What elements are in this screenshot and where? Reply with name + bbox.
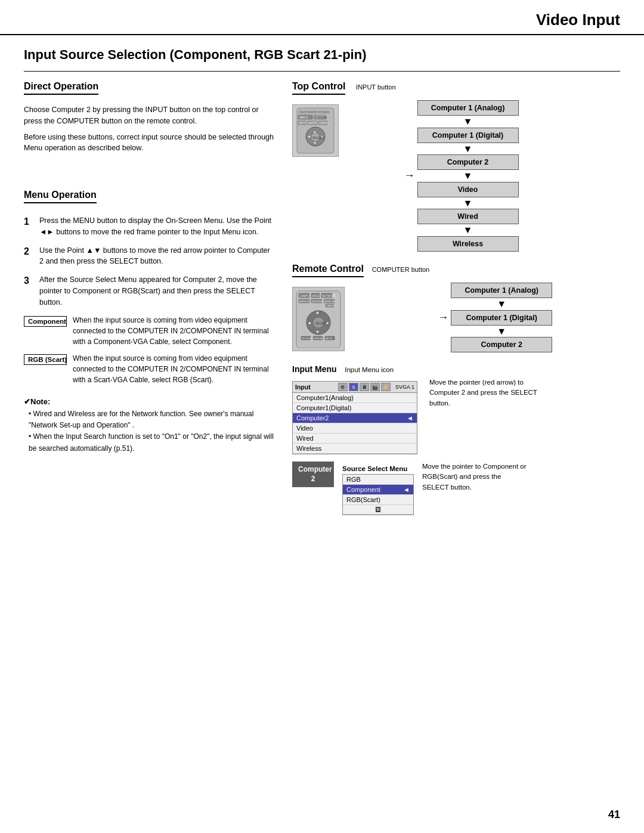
menu-header-icons: ⚙ S 🖥 🎬 ⚡: [338, 383, 391, 391]
remote-device-area: Remote Control COMPUTER button COMPU: [292, 264, 429, 351]
callout-component-label: Component: [24, 316, 67, 327]
direct-operation-para1: Choose Computer 2 by pressing the INPUT …: [24, 104, 274, 127]
top-control-heading: Top Control: [292, 81, 345, 95]
svg-text:KEYSTONE: KEYSTONE: [312, 300, 325, 303]
flow-box-wireless: Wireless: [417, 236, 519, 252]
menu-item-wired: Wired: [293, 433, 417, 444]
source-item-img-icon: 🖼: [375, 506, 381, 513]
step-1: 1 Press the MENU button to display the O…: [24, 215, 274, 238]
page-title: Video Input: [536, 11, 620, 29]
menu-steps-list: 1 Press the MENU button to display the O…: [24, 215, 274, 308]
svg-text:CANCEL: CANCEL: [326, 304, 336, 307]
input-menu-content: Input ⚙ S 🖥 🎬 ⚡: [292, 377, 620, 454]
source-select-badge-area: Computer 2: [292, 462, 334, 487]
menu-icon-3: 🖥: [360, 383, 369, 391]
remote-control-section: Remote Control COMPUTER button COMPU: [292, 264, 620, 352]
note-item-2: When the Input Search function is set to…: [29, 431, 274, 454]
svg-text:SETUP: SETUP: [308, 122, 317, 125]
top-ctrl-device-img: ON/STANDBY POWER INPUT D.ZOOM: [292, 104, 339, 157]
source-item-rgb: RGB: [343, 475, 413, 485]
remote-flow-box-2: Computer 1 (Digital): [451, 310, 552, 326]
menu-item-comp1analog: Computer1(Analog): [293, 393, 417, 403]
menu-item-comp1digital: Computer1(Digital): [293, 403, 417, 413]
svg-text:FREEZE: FREEZE: [314, 337, 323, 340]
svg-text:▼: ▼: [315, 330, 320, 334]
remote-control-heading: Remote Control: [292, 264, 364, 277]
two-col-layout: Direct Operation Choose Computer 2 by pr…: [24, 81, 620, 515]
menu-mockup-wrapper: Input ⚙ S 🖥 🎬 ⚡: [292, 377, 417, 454]
remote-control-flow-area: Remote Control COMPUTER button COMPU: [292, 264, 620, 352]
svg-text:ON/STANDBY: ON/STANDBY: [299, 110, 318, 114]
flow-box-comp1analog: Computer 1 (Analog): [417, 100, 519, 116]
note-item-1: Wired and Wireless are for the Network f…: [29, 408, 274, 431]
step-1-text: Press the MENU button to display the On-…: [39, 215, 274, 238]
top-control-device-area: Top Control INPUT button ON/STANDBY: [292, 81, 396, 157]
input-button-label: INPUT button: [356, 83, 395, 91]
flow-arrow-5: ▼: [417, 225, 519, 236]
direct-operation-para2: Before using these buttons, correct inpu…: [24, 132, 274, 154]
svg-text:VIDEO: VIDEO: [312, 295, 321, 298]
computer2-badge: Computer 2: [292, 462, 334, 487]
step-2-text: Use the Point ▲▼ buttons to move the red…: [39, 245, 274, 268]
input-menu-note: Move the pointer (red arrow) to Computer…: [429, 377, 543, 408]
menu-item-comp2: Computer2 ◄: [293, 413, 417, 423]
callout-component-text: When the input source is coming from vid…: [73, 315, 274, 347]
menu-operation-section: Menu Operation 1 Press the MENU button t…: [24, 190, 274, 385]
step-number-1: 1: [24, 215, 35, 238]
svg-text:SELECT: SELECT: [315, 321, 327, 325]
flow-arrow-1: ▼: [417, 116, 519, 127]
step-number-2: 2: [24, 244, 35, 268]
svg-text:◄: ◄: [307, 135, 311, 138]
remote-flow-box-3: Computer 2: [451, 337, 552, 352]
remote-flow-box-1: Computer 1 (Analog): [451, 283, 552, 298]
note-title: ✔Note:: [24, 397, 50, 406]
top-control-flow: → Computer 1 (Analog) ▼ Computer 1 (Digi…: [404, 100, 519, 252]
remote-arrow-row: → Computer 1 (Analog) ▼ Computer 1 (Digi…: [438, 283, 552, 352]
remote-img-wrapper: COMPUTER VIDEO NETWORK AUTO PC: [292, 287, 429, 351]
remote-flow-diagram: Computer 1 (Analog) ▼ Computer 1 (Digita…: [451, 283, 552, 352]
callout-component: Component When the input source is comin…: [24, 315, 274, 347]
svg-text:AUTO SET: AUTO SET: [324, 300, 336, 303]
top-control-section: Top Control INPUT button ON/STANDBY: [292, 81, 620, 252]
input-menu-section: Input Menu Input Menu icon Input: [292, 364, 620, 515]
source-select-area: Computer 2 Source Select Menu RGB: [292, 462, 620, 515]
note-section: ✔Note: Wired and Wireless are for the Ne…: [24, 396, 274, 454]
main-content: Input Source Selection (Component, RGB S…: [0, 35, 644, 533]
source-arrow-component: ◄: [403, 486, 410, 493]
svg-text:SELECT: SELECT: [312, 136, 324, 140]
flow-box-video: Video: [417, 182, 519, 197]
svg-text:◄: ◄: [307, 321, 311, 325]
menu-item-wireless: Wireless: [293, 444, 417, 454]
step-3: 3 After the Source Select Menu appeared …: [24, 274, 274, 308]
svg-text:▲: ▲: [315, 310, 320, 314]
top-ctrl-svg: ON/STANDBY POWER INPUT D.ZOOM: [295, 107, 336, 154]
menu-item-video: Video: [293, 423, 417, 433]
direct-operation-heading: Direct Operation: [24, 81, 98, 95]
remote-flow: → Computer 1 (Analog) ▼ Computer 1 (Digi…: [438, 283, 552, 352]
callout-rgbscart-text: When the input source is coming from vid…: [73, 353, 274, 385]
source-select-title: Source Select Menu: [342, 465, 414, 472]
step-number-3: 3: [24, 274, 35, 308]
menu-operation-heading: Menu Operation: [24, 190, 97, 203]
callout-rgbscart: RGB (Scart) When the input source is com…: [24, 353, 274, 385]
svg-text:NO SHOW: NO SHOW: [302, 337, 314, 340]
page-header: Video Input: [0, 0, 644, 35]
flow-box-comp1digital: Computer 1 (Digital): [417, 128, 519, 143]
menu-header: Input ⚙ S 🖥 🎬 ⚡: [293, 382, 417, 393]
callout-rgbscart-label: RGB (Scart): [24, 354, 67, 365]
step-2: 2 Use the Point ▲▼ buttons to move the r…: [24, 245, 274, 268]
menu-resolution: SVGA 1: [395, 384, 414, 390]
source-select-menu-wrapper: Source Select Menu RGB Component ◄: [342, 462, 414, 515]
flow-box-comp2: Computer 2: [417, 154, 519, 170]
source-select-note: Move the pointer to Component or RGB(Sca…: [422, 462, 530, 493]
flow-box-wired: Wired: [417, 209, 519, 224]
source-item-icon: 🖼: [343, 505, 413, 515]
menu-arrow-comp2: ◄: [407, 414, 413, 422]
source-select-menu: RGB Component ◄ RGB(Scart): [342, 474, 414, 515]
page-container: Video Input Input Source Selection (Comp…: [0, 0, 644, 833]
input-menu-heading: Input Menu: [292, 364, 337, 374]
menu-icon-5: ⚡: [381, 383, 391, 391]
svg-text:AUTO PC: AUTO PC: [299, 300, 310, 303]
input-menu-icon-label: Input Menu icon: [345, 366, 394, 373]
left-column: Direct Operation Choose Computer 2 by pr…: [24, 81, 274, 515]
